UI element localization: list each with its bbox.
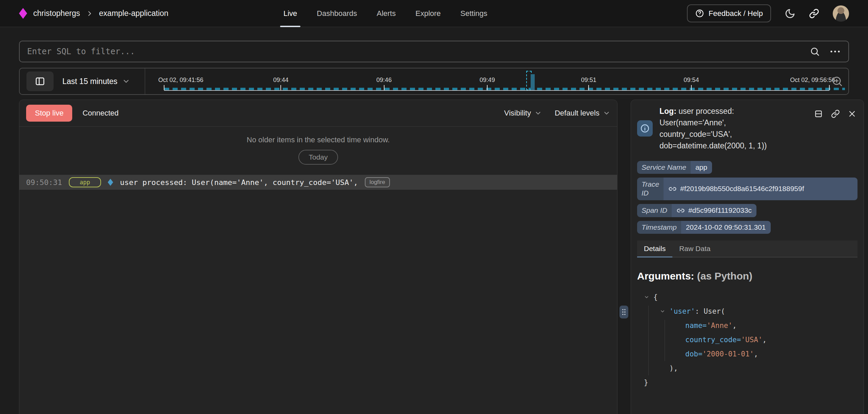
timeline-tick-label: 09:44 — [273, 77, 289, 84]
details-actions — [814, 109, 856, 118]
arguments-code: { 'user': User(name='Anne',country_code=… — [637, 290, 857, 390]
top-nav: christophergs example-application LiveDa… — [0, 0, 868, 27]
field-value-text: 2024-10-02 09:50:31.301 — [686, 223, 766, 231]
sidebar-toggle-button[interactable] — [26, 71, 54, 91]
copy-link-button[interactable] — [831, 109, 840, 118]
log-row[interactable]: 09:50:31 app user processed: User(name='… — [19, 175, 617, 190]
code-punct: , — [754, 350, 758, 358]
field-value: app — [691, 161, 712, 174]
indent-guide — [665, 320, 665, 361]
empty-state: No older items in the selected time wind… — [19, 127, 617, 172]
code-string: 'USA' — [741, 336, 762, 344]
chevron-down-icon — [122, 77, 130, 85]
default-levels-dropdown[interactable]: Default levels — [555, 109, 610, 118]
panel-resize-handle[interactable] — [619, 306, 628, 318]
timeline-tick-label: Oct 02, 09:56:56 — [790, 77, 835, 84]
link-icon — [809, 8, 819, 19]
timeline-tick-label: 09:46 — [376, 77, 392, 84]
chevron-down-icon — [534, 109, 542, 117]
tab-alerts[interactable]: Alerts — [371, 0, 401, 27]
timeline-tick-label: 09:51 — [581, 77, 596, 84]
field-value[interactable]: #d5c996f11192033c — [672, 204, 756, 217]
visibility-label: Visibility — [504, 109, 531, 118]
service-badge[interactable]: app — [69, 177, 101, 187]
tab-explore[interactable]: Explore — [410, 0, 446, 27]
main-content: Stop live Connected Visibility Default l… — [19, 100, 864, 414]
collapse-chevron-icon[interactable] — [660, 309, 669, 314]
live-view-dropdowns: Visibility Default levels — [504, 109, 610, 118]
timeline-axis[interactable]: Oct 02, 09:41:5609:4409:4609:4909:5109:5… — [164, 68, 829, 94]
timeline-tick — [487, 85, 488, 90]
log-timestamp: 09:50:31 — [26, 178, 62, 187]
nav-tabs: LiveDashboardsAlertsExploreSettings — [278, 0, 493, 27]
logfire-logo-icon[interactable] — [19, 8, 27, 19]
field-value[interactable]: #f2019b98b550cd8a61546c2f9188959f — [664, 178, 857, 200]
field-trace-id: Trace ID #f2019b98b550cd8a61546c2f918895… — [637, 178, 857, 200]
today-button[interactable]: Today — [298, 150, 338, 165]
tab-dashboards[interactable]: Dashboards — [311, 0, 362, 27]
sql-filter-input[interactable] — [27, 47, 800, 56]
grip-dots-icon — [622, 308, 626, 316]
info-icon — [637, 120, 653, 137]
breadcrumb-org[interactable]: christophergs — [33, 9, 80, 18]
close-button[interactable] — [848, 110, 856, 118]
indent-guide — [648, 306, 649, 375]
arguments-mode-label: (as Python) — [694, 270, 752, 282]
timeline-tick-label: 09:49 — [480, 77, 495, 84]
link-icon — [831, 109, 840, 118]
log-details-panel: Log: user processed: User(name='Anne', c… — [631, 100, 864, 414]
tab-settings[interactable]: Settings — [455, 0, 493, 27]
share-link-button[interactable] — [809, 8, 819, 19]
avatar[interactable] — [833, 5, 849, 22]
code-punct: { — [653, 293, 658, 301]
theme-toggle-button[interactable] — [785, 8, 795, 19]
field-value-text: app — [695, 163, 707, 171]
chevron-down-icon[interactable] — [644, 294, 649, 300]
logfire-tag[interactable]: logfire — [365, 177, 390, 187]
moon-icon — [785, 8, 795, 19]
search-icon[interactable] — [810, 46, 820, 57]
field-label: Span ID — [637, 204, 672, 217]
code-punct: User( — [704, 307, 725, 315]
link-icon — [676, 206, 685, 215]
field-list: Service NameappTrace ID #f2019b98b550cd8… — [637, 161, 857, 234]
time-range-dropdown[interactable]: Last 15 minutes — [62, 77, 130, 86]
tab-raw-data[interactable]: Raw Data — [672, 241, 717, 257]
field-label: Timestamp — [637, 221, 681, 234]
close-icon — [848, 110, 856, 118]
feedback-help-button[interactable]: Feedback / Help — [687, 4, 771, 22]
arguments-heading: Arguments: (as Python) — [637, 270, 857, 282]
field-value-text: #f2019b98b550cd8a61546c2f9188959f — [680, 185, 804, 193]
arguments-heading-label: Arguments: — [637, 270, 694, 282]
breadcrumb: christophergs example-application — [19, 8, 278, 19]
tab-details[interactable]: Details — [637, 241, 672, 257]
stop-live-button[interactable]: Stop live — [26, 105, 72, 122]
code-key: dob= — [685, 350, 703, 358]
more-options-icon[interactable] — [829, 46, 841, 57]
code-punct: } — [644, 378, 648, 387]
feedback-help-label: Feedback / Help — [709, 9, 763, 18]
connection-status: Connected — [82, 109, 118, 118]
timeline-axis-line — [164, 90, 829, 91]
tab-live[interactable]: Live — [278, 0, 302, 27]
code-line: country_code='USA', — [637, 333, 857, 347]
details-title: Log: user processed: User(name='Anne', c… — [659, 105, 792, 151]
default-levels-label: Default levels — [555, 109, 599, 118]
code-key: country_code= — [685, 336, 741, 344]
timeline-divider — [145, 68, 145, 94]
breadcrumb-project[interactable]: example-application — [99, 9, 169, 18]
zoom-in-button[interactable] — [831, 76, 843, 87]
details-header: Log: user processed: User(name='Anne', c… — [637, 105, 857, 151]
timeline-tick — [691, 85, 692, 90]
chevron-down-icon[interactable] — [660, 309, 665, 314]
live-view-toolbar: Stop live Connected Visibility Default l… — [19, 100, 617, 127]
timeline-tick — [280, 85, 281, 90]
split-view-button[interactable] — [814, 109, 823, 118]
timeline-tick — [829, 85, 830, 90]
timeline-activity-dashes — [164, 88, 845, 90]
nav-right: Feedback / Help — [687, 4, 849, 22]
collapse-chevron-icon[interactable] — [644, 294, 653, 300]
timeline-tick-label: Oct 02, 09:41:56 — [158, 77, 203, 84]
timeline-activity-spike — [531, 74, 535, 90]
visibility-dropdown[interactable]: Visibility — [504, 109, 542, 118]
